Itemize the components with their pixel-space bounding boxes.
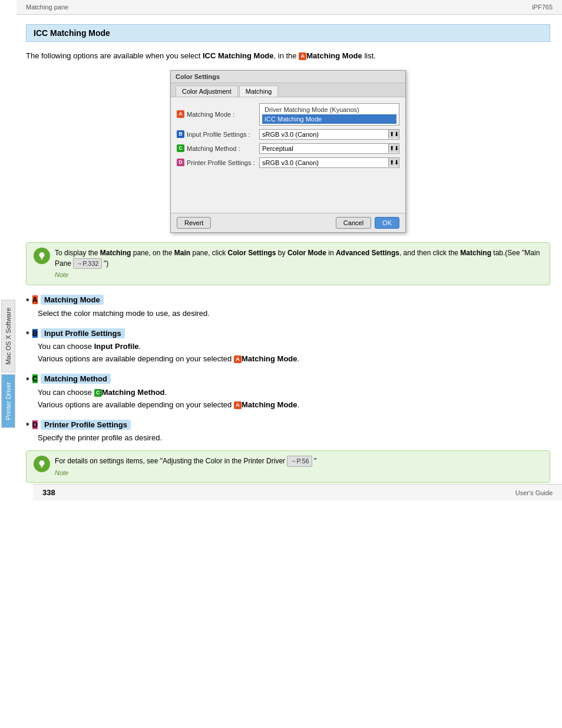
bullet-section-d: • D Printer Profile Settings Specify the… xyxy=(26,419,550,483)
top-header: Matching pane iPF765 xyxy=(16,0,562,15)
note-icon-2 xyxy=(34,456,50,472)
section-title: ICC Matching Mode xyxy=(26,24,550,42)
bullet-a-badge: A xyxy=(32,295,38,304)
dialog-row-d: D Printer Profile Settings : sRGB v3.0 (… xyxy=(177,157,399,168)
tab-matching[interactable]: Matching xyxy=(239,85,279,97)
note-1-content: To display the Matching pane, on the Mai… xyxy=(55,248,543,280)
sidebar-tab-macosx[interactable]: Mac OS X Software xyxy=(1,300,15,373)
dialog-body: A Matching Mode : Driver Matching Mode (… xyxy=(171,97,405,177)
dialog-title: Color Settings xyxy=(171,71,405,83)
badge-a: A xyxy=(177,110,184,118)
bullet-c-title: Matching Method xyxy=(41,374,111,384)
page-footer: 338 User's Guide xyxy=(33,484,562,500)
page-number: 338 xyxy=(42,488,55,497)
note1-ref[interactable]: →P.332 xyxy=(73,258,101,269)
row-c-label: C Matching Method : xyxy=(177,144,259,152)
bullet-section-c: • C Matching Method You can choose CMatc… xyxy=(26,374,550,411)
sidebar: Mac OS X Software Printer Driver xyxy=(0,0,16,728)
note-box-2: For details on settings items, see "Adju… xyxy=(26,450,550,483)
bullet-c-badge-a: A xyxy=(234,401,242,409)
bullet-c-badge: C xyxy=(32,374,38,383)
dialog-footer: Revert Cancel OK xyxy=(171,213,405,232)
bullet-section-b: • B Input Profile Settings You can choos… xyxy=(26,328,550,365)
row-d-value: sRGB v3.0 (Canon) xyxy=(260,158,388,167)
dialog-footer-right: Cancel OK xyxy=(336,217,399,229)
note2-ref[interactable]: →P.56 xyxy=(287,456,312,467)
intro-paragraph: The following options are available when… xyxy=(26,50,550,62)
row-b-label: B Input Profile Settings : xyxy=(177,130,259,138)
ok-button[interactable]: OK xyxy=(375,217,399,229)
bullet-c-desc: You can choose CMatching Method. Various… xyxy=(38,387,550,411)
bullet-d-badge: D xyxy=(32,420,38,429)
row-b-value: sRGB v3.0 (Canon) xyxy=(260,130,388,139)
bullet-d-heading: • D Printer Profile Settings xyxy=(26,419,550,430)
bullet-a-desc: Select the color matching mode to use, a… xyxy=(38,308,550,320)
bullet-b-badge-a: A xyxy=(234,355,242,363)
dialog-tabs: Color Adjustment Matching xyxy=(171,83,405,97)
bullet-dot-b: • xyxy=(26,328,29,338)
footer-guide: User's Guide xyxy=(515,489,553,496)
dialog-row-c: C Matching Method : Perceptual ⬆⬇ xyxy=(177,143,399,154)
note-icon-1 xyxy=(34,248,50,264)
bullet-b-desc: You can choose Input Profile. Various op… xyxy=(38,341,550,365)
note-box-1: To display the Matching pane, on the Mai… xyxy=(26,242,550,285)
breadcrumb: Matching pane xyxy=(26,4,68,11)
color-settings-dialog: Color Settings Color Adjustment Matching… xyxy=(170,70,406,233)
dialog-container: Color Settings Color Adjustment Matching… xyxy=(26,70,550,233)
bullet-d-desc: Specify the printer profile as desired. xyxy=(38,432,550,444)
row-d-arrow[interactable]: ⬆⬇ xyxy=(388,158,399,167)
note-2-label: Note xyxy=(55,468,316,478)
bullet-dot-c: • xyxy=(26,374,29,384)
bullet-a-title: Matching Mode xyxy=(41,295,104,305)
bullet-c-heading: • C Matching Method xyxy=(26,374,550,384)
bullet-a-heading: • A Matching Mode xyxy=(26,295,550,305)
bullet-c-inline-badge: C xyxy=(94,389,102,397)
main-content: Matching pane iPF765 ICC Matching Mode T… xyxy=(16,0,562,500)
note-1-label: Note xyxy=(55,270,543,280)
sidebar-tab-printerdriver[interactable]: Printer Driver xyxy=(1,374,15,428)
intro-bold: ICC Matching Mode xyxy=(203,51,274,60)
doc-title: iPF765 xyxy=(532,4,553,11)
row-c-value: Perceptual xyxy=(260,144,388,153)
svg-rect-0 xyxy=(41,259,43,259)
badge-b: B xyxy=(177,130,184,138)
bullet-b-heading: • B Input Profile Settings xyxy=(26,328,550,338)
revert-button[interactable]: Revert xyxy=(177,217,211,229)
tab-color-adjustment[interactable]: Color Adjustment xyxy=(176,85,238,97)
badge-c: C xyxy=(177,144,184,152)
row-c-arrow[interactable]: ⬆⬇ xyxy=(388,144,399,153)
row-a-label: A Matching Mode : xyxy=(177,110,259,118)
cancel-button[interactable]: Cancel xyxy=(336,217,371,229)
row-c-dropdown[interactable]: Perceptual ⬆⬇ xyxy=(259,143,399,154)
row-d-label: D Printer Profile Settings : xyxy=(177,159,259,166)
bullet-b-badge: B xyxy=(32,329,38,338)
row-d-dropdown[interactable]: sRGB v3.0 (Canon) ⬆⬇ xyxy=(259,157,399,168)
note-2-content: For details on settings items, see "Adju… xyxy=(55,456,316,477)
row-b-dropdown[interactable]: sRGB v3.0 (Canon) ⬆⬇ xyxy=(259,129,399,140)
dialog-row-a: A Matching Mode : Driver Matching Mode (… xyxy=(177,103,399,126)
page-content: ICC Matching Mode The following options … xyxy=(16,15,562,500)
row-b-arrow[interactable]: ⬆⬇ xyxy=(388,130,399,139)
badge-d: D xyxy=(177,159,184,166)
svg-rect-1 xyxy=(41,467,43,467)
bullet-d-title: Printer Profile Settings xyxy=(41,420,131,430)
bullet-section-a: • A Matching Mode Select the color match… xyxy=(26,295,550,320)
intro-badge-a: A xyxy=(299,52,306,60)
bullet-dot-a: • xyxy=(26,295,29,305)
bullet-dot-d: • xyxy=(26,419,29,430)
bullet-b-title: Input Profile Settings xyxy=(41,328,125,338)
row-a-dropdown[interactable]: Driver Matching Mode (Kyuanos) ICC Match… xyxy=(259,103,399,126)
dialog-row-b: B Input Profile Settings : sRGB v3.0 (Ca… xyxy=(177,129,399,140)
dropdown-option-icc[interactable]: ICC Matching Mode xyxy=(262,114,396,124)
dropdown-option-driver[interactable]: Driver Matching Mode (Kyuanos) xyxy=(262,105,396,114)
